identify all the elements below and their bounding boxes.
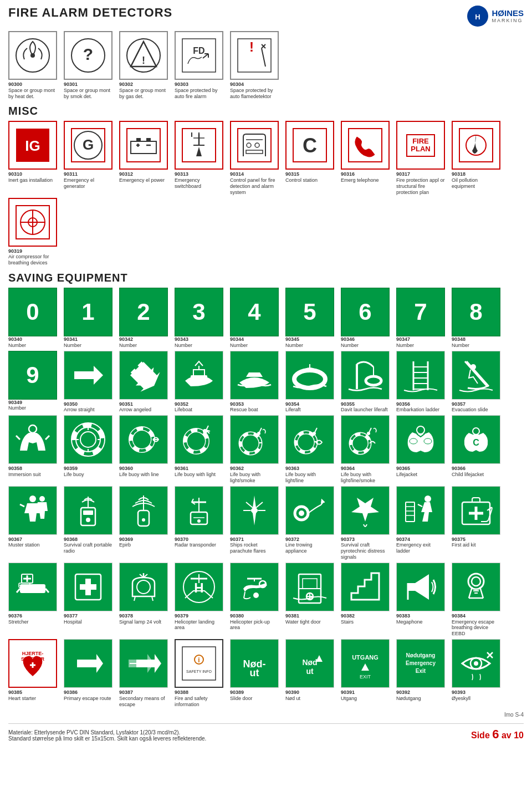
icon-90370 [175, 486, 223, 535]
icon-90347: 7 [396, 288, 445, 336]
icon-90352 [175, 351, 223, 400]
icon-90342: 2 [119, 288, 168, 336]
icon-cell-90314: 90314Control panel for fire detection an… [230, 121, 283, 195]
icon-cell-90341: 1 90341Number [64, 288, 117, 349]
svg-text:?: ? [83, 45, 93, 63]
svg-text:H: H [475, 13, 480, 21]
icon-90360 [119, 415, 168, 464]
icon-90316 [341, 121, 390, 170]
icon-90358 [8, 415, 57, 464]
svg-line-125 [17, 589, 20, 593]
size-text: Standard størrelse på Imo skilt er 15x15… [8, 736, 206, 742]
icon-90365 [396, 415, 445, 464]
label-90388: 90388Fire and safety information [175, 689, 223, 707]
logo-sub: MARKING [492, 18, 524, 23]
svg-point-92 [417, 426, 424, 434]
icon-cell-90391: UTGANG EXIT 90391Utgang [341, 639, 394, 707]
label-90367: 90367Muster station [8, 537, 40, 549]
svg-point-113 [299, 510, 304, 516]
icon-cell-90349: 9 90349Number [8, 351, 62, 413]
icon-90373 [341, 486, 390, 535]
label-90300: 90300Space or group mont by heat det. [8, 81, 57, 99]
label-90357: 90357Evacuation slide [452, 401, 488, 413]
label-90392: 90392Nødutgang [396, 689, 421, 702]
icon-cell-90303: FD 90303Space protected by auto fire ala… [175, 31, 228, 99]
icon-cell-90367: 90367Muster station [8, 486, 62, 560]
icon-90315: C [285, 121, 334, 170]
icon-90340: 0 [8, 288, 57, 336]
icon-90388: i SAFETY INFO [175, 639, 223, 688]
svg-text:G: G [83, 136, 94, 153]
icon-90380 [230, 563, 279, 611]
svg-marker-49 [74, 366, 103, 385]
label-90374: 90374Emergency exit ladder [396, 537, 445, 554]
icon-cell-90344: 4 90344Number [230, 288, 283, 349]
icon-cell-90353: 90353Rescue boat [230, 351, 283, 413]
icon-cell-90360: 90360Life buoy with line [119, 415, 172, 483]
svg-text:Exit: Exit [416, 668, 426, 674]
label-90350: 90350Arrow straight [64, 401, 95, 413]
icon-90303: FD [175, 31, 223, 80]
svg-rect-41 [349, 129, 382, 162]
svg-line-15 [262, 48, 265, 67]
label-90341: 90341Number [64, 336, 81, 349]
label-90383: 90383Megaphone [396, 613, 423, 625]
footer-text: Materiale: Etterlysende PVC DIN Standard… [8, 729, 206, 742]
svg-point-114 [424, 496, 431, 502]
icon-cell-90392: Nødutgang Emergency Exit 90392Nødutgang [396, 639, 449, 707]
label-90389: 90389Slide door [230, 689, 253, 702]
icon-cell-90371: 90371Ships rocket parachute flares [230, 486, 283, 560]
svg-rect-23 [136, 138, 141, 141]
svg-point-37 [255, 143, 259, 147]
icon-90376 [8, 563, 57, 611]
label-90359: 90359Life buoy [64, 466, 84, 478]
material-text: Materiale: Etterlysende PVC DIN Standard… [8, 729, 206, 736]
icon-cell-90350: 90350Arrow straight [64, 351, 117, 413]
svg-point-179 [474, 661, 478, 666]
svg-point-82 [203, 429, 207, 433]
icon-90378 [119, 563, 168, 611]
icon-cell-90366: C 90366Child lifejacket [452, 415, 505, 483]
svg-point-75 [80, 432, 96, 447]
svg-text:ut: ut [250, 667, 259, 678]
svg-point-97 [29, 496, 36, 502]
label-90369: 90369Epirb [119, 537, 133, 549]
label-90312: 90312Emergency el power [119, 171, 165, 183]
icon-90385: HJERTE- STARTER [8, 639, 57, 688]
svg-text:!: ! [249, 39, 254, 54]
label-90378: 90378Signal lamp 24 volt [119, 613, 161, 625]
icon-cell-90365: 90365Lifejacket [396, 415, 449, 483]
icon-90391: UTGANG EXIT [341, 639, 390, 688]
label-90345: 90345Number [285, 336, 303, 349]
svg-rect-21 [127, 129, 160, 162]
icon-cell-90351: 90351Arrow angeled [119, 351, 172, 413]
label-90376: 90376Stretcher [8, 613, 29, 625]
icon-cell-90359: 90359Life buoy [64, 415, 117, 483]
svg-marker-159 [77, 654, 103, 673]
icon-cell-90393: 90393Øyeskyll [452, 639, 505, 707]
label-90390: 90390Nød ut [285, 689, 300, 702]
label-90370: 90370Radar transponder [175, 537, 216, 549]
svg-point-110 [197, 519, 201, 523]
icon-cell-90383: 90383Megaphone [396, 563, 449, 637]
label-90361: 90361Life buoy with light [175, 466, 216, 478]
icon-90349: 9 [8, 351, 57, 400]
icon-90368 [64, 486, 112, 535]
icon-cell-90368: 90368Survival craft portable radio [64, 486, 117, 560]
icon-cell-90362: 90362Life buoy with light/smoke [230, 415, 283, 483]
label-90387: 90387Secondary means of escape [119, 689, 168, 707]
icon-cell-90374: 90374Emergency exit ladder [396, 486, 449, 560]
label-90349: 90349Number [8, 400, 26, 412]
label-90303: 90303Space protected by auto fire alarm [175, 81, 223, 99]
label-90360: 90360Life buoy with line [119, 466, 159, 478]
label-90319: 90319Air compressor for breathing device… [8, 248, 57, 266]
label-90385: 90385Heart starter [8, 689, 36, 702]
icon-90318 [452, 121, 500, 170]
page-indicator: Side 6 av 10 [471, 727, 524, 742]
icon-cell-90361: 90361Life buoy with light [175, 415, 228, 483]
label-90362: 90362Life buoy with light/smoke [230, 466, 279, 483]
icon-90384 [452, 563, 500, 611]
icon-90393 [452, 639, 500, 688]
svg-point-94 [424, 438, 432, 444]
label-90311: 90311Emergency el generator [64, 171, 112, 189]
